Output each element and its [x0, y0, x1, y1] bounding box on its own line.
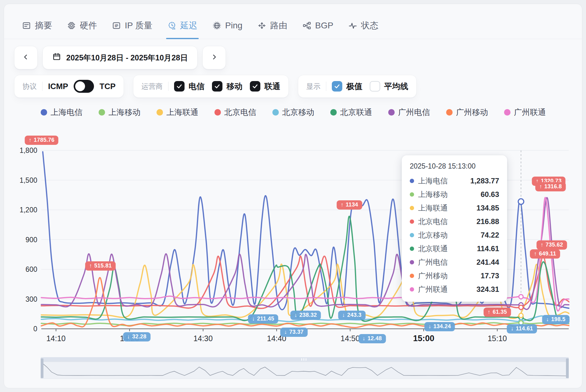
min-badge-211.45: ↓211.45: [248, 314, 278, 324]
tooltip-series-dot: [410, 247, 414, 251]
latency-chart: 03006009001,2001,5001,80014:1014:2014:30…: [4, 130, 583, 350]
tooltip-series-value: 241.44: [477, 258, 499, 267]
tab-status[interactable]: 状态: [348, 12, 378, 39]
max-badge-649.11: ↑649.11: [530, 249, 560, 259]
tooltip-row-1: 上海移动60.63: [410, 188, 499, 201]
tooltip-row-0: 上海电信1,283.77: [410, 174, 499, 188]
legend-item-4[interactable]: 北京移动: [272, 107, 314, 118]
arrow-up-icon: ↑: [534, 251, 537, 257]
tooltip-series-dot: [410, 219, 414, 224]
svg-text:0: 0: [33, 325, 37, 333]
legend-item-2[interactable]: 上海联通: [157, 107, 198, 118]
tab-bar: 摘要硬件IPIP 质量24延迟Ping路由BGP状态: [4, 4, 582, 39]
legend-item-6[interactable]: 广州电信: [388, 107, 430, 118]
svg-text:14:10: 14:10: [46, 334, 66, 343]
tab-bgp[interactable]: BGP: [302, 12, 333, 39]
checked-checkbox-icon: [212, 81, 222, 92]
svg-text:1,800: 1,800: [19, 146, 37, 154]
legend-dot: [41, 109, 47, 116]
tooltip-series-name: 广州移动: [418, 271, 448, 281]
tooltip-series-dot: [410, 233, 414, 237]
display-label: 显示: [306, 82, 320, 91]
carrier-label: 运营商: [141, 82, 163, 91]
checkbox-label: 极值: [346, 81, 362, 92]
arrow-down-icon: ↓: [284, 329, 287, 335]
chevron-left-icon: [22, 53, 30, 62]
tooltip-series-name: 上海移动: [418, 190, 448, 199]
prev-date-button[interactable]: [14, 46, 38, 69]
min-badge-243.3: ↓243.3: [338, 311, 366, 320]
badge-value: 198.5: [551, 316, 566, 322]
datazoom-brush[interactable]: [41, 357, 569, 379]
legend-item-1[interactable]: 上海移动: [99, 107, 140, 118]
date-range-button[interactable]: 2025年10月28日 - 2025年10月28日: [43, 46, 197, 69]
tooltip-series-name: 上海联通: [418, 203, 448, 213]
tooltip-series-value: 216.88: [477, 217, 499, 226]
tab-latency[interactable]: 24延迟: [167, 12, 197, 39]
checked-checkbox-icon: [332, 81, 342, 92]
svg-text:15:10: 15:10: [488, 334, 507, 343]
tooltip-timestamp: 2025-10-28 15:13:00: [410, 162, 499, 170]
legend-dot: [388, 109, 395, 116]
tab-label: 硬件: [80, 20, 97, 31]
display-checkbox-0[interactable]: 极值: [332, 81, 362, 92]
legend-item-0[interactable]: 上海电信: [41, 107, 83, 118]
tooltip-series-dot: [410, 274, 414, 278]
badge-value: 12.48: [368, 335, 382, 341]
checked-checkbox-icon: [250, 81, 260, 92]
unchecked-checkbox-icon: [370, 81, 380, 92]
toggle-knob: [75, 81, 85, 91]
badge-value: 211.45: [257, 316, 274, 322]
tooltip-series-value: 17.73: [481, 272, 499, 280]
legend-label: 广州移动: [456, 107, 488, 118]
tab-label: BGP: [315, 21, 333, 31]
svg-text:15:00: 15:00: [413, 334, 434, 343]
badge-value: 1134: [346, 202, 358, 208]
tooltip-series-name: 北京移动: [418, 230, 448, 240]
tab-ping[interactable]: Ping: [212, 12, 242, 39]
tab-summary[interactable]: 摘要: [22, 12, 52, 39]
legend-item-8[interactable]: 广州联通: [504, 107, 546, 118]
tooltip-series-dot: [410, 179, 414, 183]
min-badge-198.5: ↓198.5: [542, 315, 570, 324]
tab-hardware[interactable]: 硬件: [67, 12, 97, 39]
badge-value: 1316.8: [544, 183, 562, 190]
tab-label: 状态: [361, 20, 378, 31]
min-badge-134.24: ↓134.24: [424, 322, 455, 331]
brush-handle-left[interactable]: [41, 358, 43, 378]
protocol-tcp-label: TCP: [100, 82, 116, 91]
chart-controls: 协议 ICMP TCP 运营商 电信移动联通 显示 极值平均线: [14, 75, 417, 98]
legend-dot: [272, 109, 279, 116]
legend-item-7[interactable]: 广州移动: [446, 107, 488, 118]
carrier-checkbox-0[interactable]: 电信: [174, 81, 205, 92]
legend-label: 广州联通: [514, 107, 546, 118]
legend-dot: [214, 109, 221, 116]
badge-value: 238.32: [299, 312, 317, 318]
max-badge-1134: ↑1134: [337, 200, 362, 210]
protocol-toggle[interactable]: [74, 80, 94, 93]
carrier-checkbox-2[interactable]: 联通: [250, 81, 280, 92]
legend-label: 北京电信: [224, 107, 256, 118]
legend-label: 北京移动: [282, 107, 314, 118]
next-date-button[interactable]: [202, 46, 226, 69]
legend-label: 上海移动: [108, 107, 140, 118]
brush-handle-right[interactable]: [566, 358, 569, 378]
display-checkbox-1[interactable]: 平均线: [370, 81, 408, 92]
carrier-checkbox-1[interactable]: 移动: [212, 81, 242, 92]
tooltip-row-4: 北京移动74.22: [410, 228, 499, 242]
legend-dot: [157, 109, 163, 116]
svg-text:14:50: 14:50: [340, 334, 360, 343]
divider: [168, 82, 169, 91]
calendar-icon: [52, 52, 61, 63]
legend-item-3[interactable]: 北京电信: [214, 107, 256, 118]
legend-label: 上海联通: [166, 107, 198, 118]
status-icon: [348, 21, 357, 30]
legend-item-5[interactable]: 北京联通: [330, 107, 372, 118]
tab-route[interactable]: 路由: [257, 12, 287, 39]
arrow-up-icon: ↑: [488, 309, 490, 315]
date-navigation: 2025年10月28日 - 2025年10月28日: [14, 46, 226, 69]
legend-label: 北京联通: [340, 107, 372, 118]
tab-ip-quality[interactable]: IPIP 质量: [112, 12, 153, 39]
tooltip-series-value: 1,283.77: [470, 177, 499, 185]
tooltip-series-name: 上海电信: [418, 176, 448, 186]
